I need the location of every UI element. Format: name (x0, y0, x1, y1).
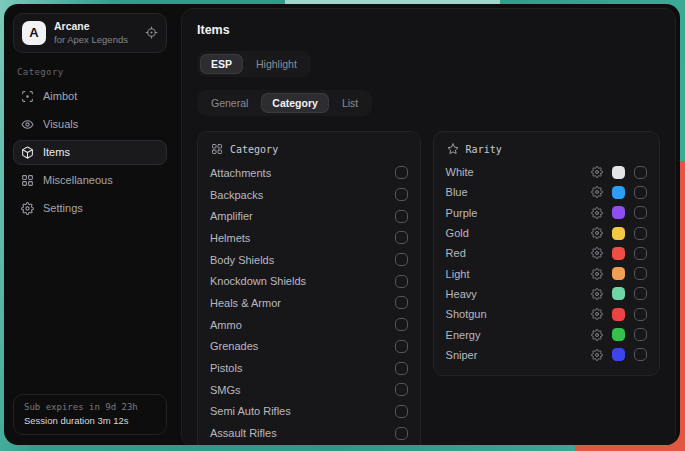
target-icon[interactable] (145, 26, 158, 39)
rarity-color-swatch[interactable] (612, 186, 625, 199)
gear-icon[interactable] (591, 268, 603, 280)
brand-subtitle: for Apex Legends (54, 34, 137, 46)
rarity-checkbox[interactable] (634, 267, 647, 280)
category-checkbox[interactable] (395, 362, 408, 375)
category-row: Amplifier (210, 205, 408, 227)
rarity-color-swatch[interactable] (612, 328, 625, 341)
sidebar-item-aimbot[interactable]: Aimbot (13, 84, 167, 109)
category-row: Heals & Armor (210, 292, 408, 314)
cube-icon (21, 146, 34, 159)
sidebar-item-visuals[interactable]: Visuals (13, 112, 167, 137)
subtab-category[interactable]: Category (261, 93, 329, 113)
category-row: Pistols (210, 357, 408, 379)
category-checkbox[interactable] (395, 405, 408, 418)
tab-esp[interactable]: ESP (200, 54, 243, 74)
rarity-color-swatch[interactable] (612, 227, 625, 240)
category-checkbox[interactable] (395, 188, 408, 201)
gear-icon[interactable] (591, 166, 603, 178)
sidebar-section-label: Category (17, 67, 163, 77)
rarity-checkbox[interactable] (634, 308, 647, 321)
rarity-row-label: Gold (446, 227, 469, 239)
gear-icon[interactable] (591, 207, 603, 219)
rarity-checkbox[interactable] (634, 206, 647, 219)
rarity-row: Light (446, 263, 647, 283)
crosshair-icon (21, 90, 34, 103)
gear-icon[interactable] (591, 308, 603, 320)
star-icon (447, 143, 459, 155)
rarity-row: Sniper (446, 345, 647, 365)
rarity-color-swatch[interactable] (612, 348, 625, 361)
category-checkbox[interactable] (395, 275, 408, 288)
rarity-checkbox[interactable] (634, 328, 647, 341)
rarity-color-swatch[interactable] (612, 267, 625, 280)
category-row: Assault Rifles (210, 422, 408, 444)
rarity-row: Blue (446, 182, 647, 202)
gear-icon[interactable] (591, 288, 603, 300)
gear-icon[interactable] (591, 349, 603, 361)
category-row: Body Shields (210, 249, 408, 271)
view-tab-group: GeneralCategoryList (197, 90, 372, 116)
tab-highlight[interactable]: Highlight (245, 54, 308, 74)
rarity-checkbox[interactable] (634, 166, 647, 179)
sidebar: A Arcane for Apex Legends Category Aimbo… (4, 4, 176, 445)
rarity-row-label: Shotgun (446, 308, 487, 320)
subtab-list[interactable]: List (331, 93, 369, 113)
sidebar-item-items[interactable]: Items (13, 140, 167, 165)
category-row: Semi Auto Rifles (210, 401, 408, 423)
sidebar-item-miscellaneous[interactable]: Miscellaneous (13, 168, 167, 193)
subtab-general[interactable]: General (200, 93, 259, 113)
sidebar-item-label: Visuals (43, 118, 78, 130)
panels-row: Category AttachmentsBackpacksAmplifierHe… (197, 131, 660, 445)
sidebar-item-label: Miscellaneous (43, 174, 113, 186)
gear-icon[interactable] (591, 329, 603, 341)
sidebar-item-label: Settings (43, 202, 83, 214)
sidebar-nav: AimbotVisualsItemsMiscellaneousSettings (13, 84, 167, 221)
category-panel: Category AttachmentsBackpacksAmplifierHe… (197, 131, 421, 445)
rarity-checkbox[interactable] (634, 247, 647, 260)
rarity-row-label: Heavy (446, 288, 477, 300)
category-row-label: Attachments (210, 167, 271, 179)
rarity-panel-title: Rarity (466, 144, 502, 155)
category-row-label: Pistols (210, 362, 242, 374)
category-checkbox[interactable] (395, 427, 408, 440)
rarity-row-label: Sniper (446, 349, 478, 361)
rarity-color-swatch[interactable] (612, 166, 625, 179)
category-row-label: Assault Rifles (210, 427, 277, 439)
category-row-label: Backpacks (210, 189, 263, 201)
category-row-label: Body Shields (210, 254, 274, 266)
category-checkbox[interactable] (395, 166, 408, 179)
gear-icon[interactable] (591, 247, 603, 259)
rarity-color-swatch[interactable] (612, 287, 625, 300)
sidebar-item-settings[interactable]: Settings (13, 196, 167, 221)
category-checkbox[interactable] (395, 253, 408, 266)
category-checkbox[interactable] (395, 383, 408, 396)
category-checkbox[interactable] (395, 318, 408, 331)
rarity-checkbox[interactable] (634, 348, 647, 361)
rarity-color-swatch[interactable] (612, 247, 625, 260)
category-row-label: Semi Auto Rifles (210, 405, 291, 417)
category-row: Helmets (210, 227, 408, 249)
category-row: Knockdown Shields (210, 270, 408, 292)
category-row-label: SMGs (210, 384, 241, 396)
rarity-row-label: Blue (446, 186, 468, 198)
category-row-label: Knockdown Shields (210, 275, 306, 287)
rarity-checkbox[interactable] (634, 227, 647, 240)
category-checkbox[interactable] (395, 340, 408, 353)
rarity-row: Gold (446, 223, 647, 243)
rarity-row: Red (446, 243, 647, 263)
mode-tab-group: ESPHighlight (197, 51, 311, 77)
rarity-checkbox[interactable] (634, 186, 647, 199)
category-checkbox[interactable] (395, 231, 408, 244)
rarity-row: White (446, 162, 647, 182)
category-checkbox[interactable] (395, 210, 408, 223)
gear-icon[interactable] (591, 227, 603, 239)
main-panel: Items ESPHighlight GeneralCategoryList C… (181, 8, 676, 445)
category-checkbox[interactable] (395, 296, 408, 309)
rarity-color-swatch[interactable] (612, 206, 625, 219)
rarity-checkbox[interactable] (634, 287, 647, 300)
brand-logo: A (22, 21, 46, 45)
rarity-row: Purple (446, 203, 647, 223)
category-row: Backpacks (210, 184, 408, 206)
gear-icon[interactable] (591, 186, 603, 198)
rarity-color-swatch[interactable] (612, 308, 625, 321)
